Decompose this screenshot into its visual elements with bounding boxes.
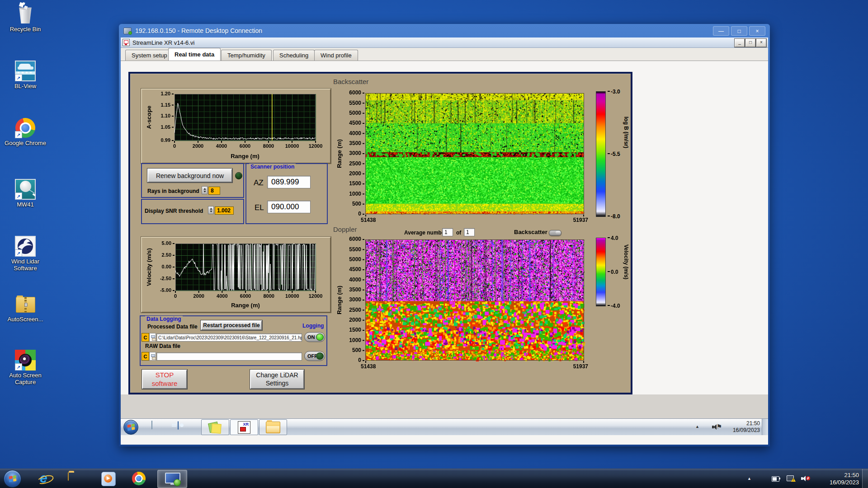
remote-date: 16/09/2023 <box>720 427 760 434</box>
rdp-titlebar[interactable]: 192.168.0.150 - Remote Desktop Connectio… <box>121 24 768 38</box>
desktop-icon-mw41[interactable]: ↗ MW41 <box>4 179 47 208</box>
tab-real-time-data[interactable]: Real time data <box>168 48 221 61</box>
desktop-icon-label: MW41 <box>17 202 34 208</box>
raw-logging-toggle[interactable]: OFF <box>304 351 325 361</box>
remote-tray-expand-icon[interactable]: ▲ <box>695 424 699 429</box>
desktop-icon-auto-screen-capture[interactable]: ↗ Auto Screen Capture <box>4 350 47 386</box>
local-taskbar: e ▲ ⚑✗ ✗ 21:50 16/09/2023 <box>0 469 868 488</box>
doppler-colorbar <box>596 238 606 306</box>
mw41-icon: ↗ <box>15 179 36 200</box>
snr-frame: Display SNR threshold 1.002 <box>141 199 244 224</box>
logging-label: Logging <box>302 323 324 329</box>
tab-temp-humidity[interactable]: Temp/humidity <box>221 50 272 61</box>
data-logging-title: Data Logging <box>145 316 183 322</box>
shortcut-arrow-icon: ↗ <box>15 131 22 138</box>
desktop-icon-label: Wind Lidar Software <box>4 258 47 272</box>
raw-drive-box[interactable]: C <box>142 352 149 361</box>
chrome-taskbar-icon[interactable] <box>132 472 146 485</box>
minimize-button[interactable]: — <box>713 26 729 36</box>
snr-value-field[interactable]: 1.002 <box>215 206 234 215</box>
battery-icon[interactable] <box>772 476 779 482</box>
tab-wind-profile[interactable]: Wind profile <box>314 50 358 61</box>
data-logging-frame: Data Logging Processed Data file Restart… <box>140 315 327 366</box>
desktop-icon-google-chrome[interactable]: ↗ Google Chrome <box>4 117 47 147</box>
maximize-button[interactable]: □ <box>731 26 747 36</box>
app-close-button[interactable]: × <box>756 39 766 47</box>
el-label: EL <box>255 203 264 212</box>
desktop-icon-label: Recycle Bin <box>10 26 41 33</box>
processed-drive-box[interactable]: C <box>142 333 149 342</box>
stop-software-button[interactable]: STOP software <box>142 370 187 389</box>
shortcut-arrow-icon: ↗ <box>15 192 22 200</box>
processed-browse-icon[interactable] <box>149 333 156 342</box>
background-controls-frame: Renew background now Rays in background … <box>141 163 244 198</box>
raw-file-label: RAW Data file <box>145 343 180 349</box>
desktop-icon-bl-view[interactable]: ↗ BL-View <box>4 61 47 90</box>
desktop-icon-autoscreen[interactable]: AutoScreen... <box>4 294 47 323</box>
processed-logging-toggle[interactable]: ON <box>304 332 325 342</box>
backscatter-colorbar-label: log B (/m/sr) <box>623 117 629 193</box>
start-button[interactable] <box>4 470 21 488</box>
rdp-title: 192.168.0.150 - Remote Desktop Connectio… <box>135 27 262 34</box>
settings-line1: Change LiDAR <box>256 371 298 380</box>
sticky-notes-icon <box>209 422 222 433</box>
ascope-graph-frame <box>141 89 331 164</box>
remote-taskbar: XR ▲ ⚑ 21:50 16/09/2023 <box>121 418 768 435</box>
app-maximize-button[interactable]: □ <box>745 39 755 47</box>
sticky-notes-button[interactable] <box>201 419 229 435</box>
desktop-icon-wind-lidar[interactable]: ↗ Wind Lidar Software <box>4 236 47 272</box>
restart-processed-file-button[interactable]: Restart processed file <box>201 320 262 330</box>
speaker-muted-icon[interactable]: ✗ <box>801 476 807 481</box>
show-desktop-button[interactable] <box>862 469 868 488</box>
on-label: ON <box>307 334 315 340</box>
rdp-computer-icon <box>123 28 132 34</box>
close-button[interactable]: × <box>749 26 765 36</box>
change-lidar-settings-button[interactable]: Change LiDAR Settings <box>250 370 304 389</box>
doppler-title: Doppler <box>333 225 357 233</box>
control-panel-icon[interactable] <box>178 422 179 430</box>
tab-system-setup[interactable]: System setup <box>125 50 174 61</box>
app-minimize-button[interactable]: _ <box>735 39 745 47</box>
remote-clock[interactable]: 21:50 16/09/2023 <box>720 420 760 434</box>
tray-expand-icon[interactable]: ▲ <box>747 476 751 481</box>
remote-desktop-icon <box>165 473 179 485</box>
app-title: StreamLine XR v14-6.vi <box>132 39 194 46</box>
backscatter-title: Backscatter <box>333 78 368 85</box>
labview-vi-icon <box>123 39 130 46</box>
rdp-taskbar-button[interactable] <box>157 470 187 488</box>
remote-show-desktop-button[interactable] <box>762 419 768 435</box>
desktop-icon-label: Auto Screen Capture <box>4 372 47 386</box>
app-titlebar[interactable]: StreamLine XR v14-6.vi _ □ × <box>121 38 768 48</box>
processed-path-field[interactable]: C:\Lidar\Data\Proc\2023\202309\20230916\… <box>156 333 302 342</box>
windows-explorer-icon[interactable] <box>68 473 69 481</box>
date: 16/09/2023 <box>816 479 859 486</box>
rays-label: Rays in background <box>147 188 199 194</box>
xr-app-icon: XR <box>238 421 250 434</box>
streamline-xr-taskbar-button[interactable]: XR <box>230 419 258 435</box>
desktop-icon-recycle-bin[interactable]: Recycle Bin <box>4 4 47 33</box>
snr-spinner[interactable] <box>208 206 214 214</box>
tab-scheduling[interactable]: Scheduling <box>273 50 315 61</box>
notepad-icon[interactable] <box>151 421 152 429</box>
shortcut-arrow-icon: ↗ <box>15 74 22 81</box>
time: 21:50 <box>816 472 859 479</box>
rays-value-field[interactable]: 8 <box>208 187 220 195</box>
az-value-field[interactable]: 089.999 <box>267 176 311 188</box>
wind-lidar-icon: ↗ <box>15 236 36 257</box>
desktop-icon-label: AutoScreen... <box>8 316 43 323</box>
rdp-window: 192.168.0.150 - Remote Desktop Connectio… <box>119 24 770 446</box>
raw-path-field[interactable] <box>156 352 302 361</box>
explorer-taskbar-button[interactable] <box>259 419 287 435</box>
rays-spinner[interactable] <box>202 186 208 194</box>
el-value-field[interactable]: 090.000 <box>267 201 311 213</box>
network-icon[interactable] <box>787 475 794 481</box>
remote-start-button[interactable] <box>123 420 138 435</box>
raw-browse-icon[interactable] <box>149 352 156 361</box>
auto-screen-capture-icon: ↗ <box>15 350 36 371</box>
velocity-graph-frame <box>141 237 331 313</box>
snr-label: Display SNR threshold <box>145 208 203 214</box>
clock[interactable]: 21:50 16/09/2023 <box>816 472 859 486</box>
media-player-icon[interactable] <box>101 472 116 486</box>
renew-background-button[interactable]: Renew background now <box>147 169 232 183</box>
vi-body: Renew background now Rays in background … <box>121 61 768 428</box>
